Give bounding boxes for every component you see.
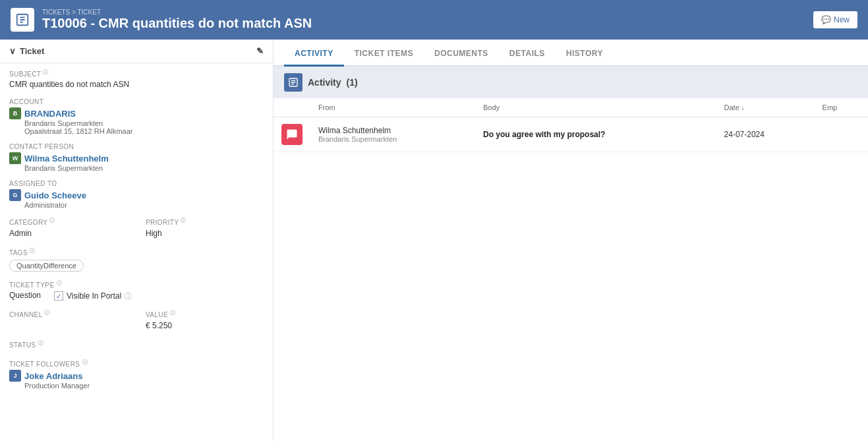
channel-value-row: CHANNEL ⓘ VALUE ⓘ € 5.250 (0, 304, 273, 334)
message-icon (281, 124, 303, 145)
row-emp-cell (815, 117, 868, 152)
page-header: TICKETS > TICKET T10006 - CMR quantities… (0, 0, 868, 40)
body-text: Do you agree with my proposal? (483, 130, 605, 139)
row-body-cell: Do you agree with my proposal? (475, 117, 716, 152)
follower-sub: Production Manager (24, 382, 264, 390)
value-amount: € 5.250 (146, 321, 264, 330)
left-panel: ∨ Ticket ✎ SUBJECT ⓘ CMR quantities do n… (0, 40, 274, 441)
activity-title: Activity (308, 77, 341, 88)
new-button[interactable]: 💬 New (813, 11, 857, 28)
tags-label: TAGS ⓘ (9, 247, 264, 256)
activity-section-icon (284, 73, 303, 92)
main-layout: ∨ Ticket ✎ SUBJECT ⓘ CMR quantities do n… (0, 40, 868, 441)
category-priority-row: CATEGORY ⓘ Admin PRIORITY ⓘ High (0, 212, 273, 241)
subject-value: CMR quantities do not match ASN (9, 80, 264, 89)
visible-portal-row: ✓ Visible In Portal ⓘ (54, 291, 132, 301)
priority-label: PRIORITY ⓘ (146, 217, 264, 226)
header-text: TICKETS > TICKET T10006 - CMR quantities… (42, 9, 312, 31)
left-panel-header: ∨ Ticket ✎ (0, 40, 273, 63)
account-sub2: Opaalstraat 15, 1812 RH Alkmaar (24, 127, 264, 135)
contact-field: CONTACT PERSON W Wilma Schuttenhelm Bran… (0, 138, 273, 175)
breadcrumb: TICKETS > TICKET (42, 9, 312, 16)
right-panel: ACTIVITY TICKET ITEMS DOCUMENTS DETAILS … (274, 40, 868, 441)
assigned-label: ASSIGNED TO (9, 180, 264, 187)
chevron-icon[interactable]: ∨ (9, 46, 16, 56)
activity-table: From Body Date Emp W (274, 98, 868, 152)
account-icon: B (9, 107, 21, 119)
header-actions: 💬 New (813, 11, 857, 28)
tags-field: TAGS ⓘ QuantityDifference (0, 242, 273, 274)
ticket-type-value: Question (9, 291, 41, 300)
row-date: 24-07-2024 (724, 130, 765, 139)
activity-table-body: Wilma Schuttenhelm Brandaris Supermarkte… (274, 117, 868, 152)
status-field: STATUS ⓘ (0, 334, 273, 353)
left-panel-title: ∨ Ticket (9, 46, 44, 56)
tab-history[interactable]: HISTORY (556, 40, 614, 67)
account-sub1: Brandaris Supermarkten (24, 119, 264, 127)
header-icon (11, 8, 34, 32)
col-emp: Emp (815, 98, 868, 117)
assigned-icon: G (9, 189, 21, 201)
channel-field: CHANNEL ⓘ (0, 304, 136, 334)
contact-icon: W (9, 152, 21, 164)
value-label: VALUE ⓘ (146, 309, 264, 318)
visible-portal-label: Visible In Portal (67, 291, 121, 301)
category-value: Admin (9, 229, 127, 238)
followers-label: TICKET FOLLOWERS ⓘ (9, 359, 264, 368)
edit-icon[interactable]: ✎ (256, 46, 264, 56)
contact-label: CONTACT PERSON (9, 143, 264, 150)
row-date-cell: 24-07-2024 (716, 117, 815, 152)
from-name: Wilma Schuttenhelm (318, 126, 467, 135)
new-button-label: New (834, 15, 850, 24)
follower-name-row[interactable]: J Joke Adriaans (9, 370, 264, 382)
category-label: CATEGORY ⓘ (9, 217, 127, 226)
priority-field: PRIORITY ⓘ High (136, 212, 273, 241)
col-from: From (310, 98, 475, 117)
follower-name: Joke Adriaans (24, 371, 82, 381)
assigned-name[interactable]: G Guido Scheeve (9, 189, 264, 201)
col-icon (274, 98, 310, 117)
tab-activity[interactable]: ACTIVITY (284, 40, 344, 67)
activity-count: (1) (347, 77, 358, 88)
tab-documents[interactable]: DOCUMENTS (424, 40, 499, 67)
ticket-type-field: TICKET TYPE ⓘ Question ✓ Visible In Port… (0, 274, 273, 304)
tab-ticket-items[interactable]: TICKET ITEMS (344, 40, 424, 67)
row-from-cell: Wilma Schuttenhelm Brandaris Supermarkte… (310, 117, 475, 152)
priority-value: High (146, 229, 264, 238)
activity-section-header: Activity (1) (274, 67, 868, 98)
visible-portal-checkbox[interactable]: ✓ (54, 291, 63, 301)
category-field: CATEGORY ⓘ Admin (0, 212, 136, 241)
contact-sub: Brandaris Supermarkten (24, 164, 264, 172)
followers-field: TICKET FOLLOWERS ⓘ J Joke Adriaans Produ… (0, 353, 273, 392)
table-row[interactable]: Wilma Schuttenhelm Brandaris Supermarkte… (274, 117, 868, 152)
col-body: Body (475, 98, 716, 117)
tabs-bar: ACTIVITY TICKET ITEMS DOCUMENTS DETAILS … (274, 40, 868, 67)
col-date[interactable]: Date (716, 98, 815, 117)
ticket-type-label: TICKET TYPE ⓘ (9, 279, 264, 289)
value-field: VALUE ⓘ € 5.250 (136, 304, 273, 334)
subject-label: SUBJECT ⓘ (9, 69, 264, 78)
visible-portal-info-icon[interactable]: ⓘ (125, 291, 132, 301)
channel-label: CHANNEL ⓘ (9, 309, 127, 318)
row-icon-cell (274, 117, 310, 152)
page-title: T10006 - CMR quantities do not match ASN (42, 16, 312, 30)
account-label: ACCOUNT (9, 98, 264, 105)
from-org: Brandaris Supermarkten (318, 135, 467, 143)
assigned-sub: Administrator (24, 201, 264, 209)
activity-table-header: From Body Date Emp (274, 98, 868, 117)
tag-chip: QuantityDifference (9, 260, 84, 272)
account-field: ACCOUNT B BRANDARIS Brandaris Supermarkt… (0, 93, 273, 138)
tab-details[interactable]: DETAILS (499, 40, 556, 67)
follower-icon: J (9, 370, 21, 382)
account-name[interactable]: B BRANDARIS (9, 107, 264, 119)
assigned-field: ASSIGNED TO G Guido Scheeve Administrato… (0, 175, 273, 212)
new-icon: 💬 (821, 15, 831, 24)
subject-field: SUBJECT ⓘ CMR quantities do not match AS… (0, 63, 273, 93)
status-label: STATUS ⓘ (9, 339, 264, 349)
contact-name[interactable]: W Wilma Schuttenhelm (9, 152, 264, 164)
